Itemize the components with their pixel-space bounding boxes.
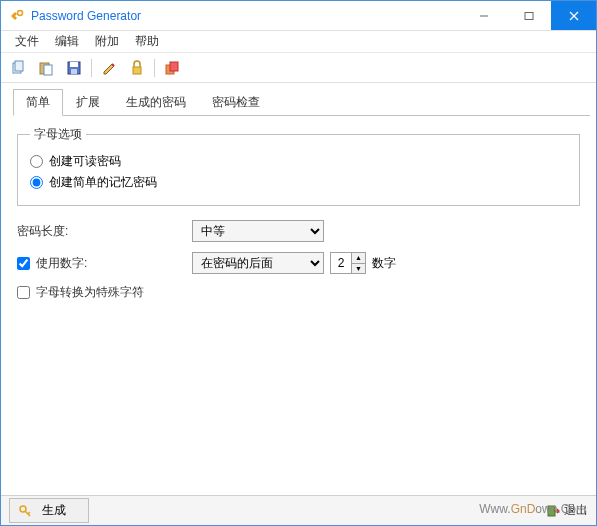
menu-help[interactable]: 帮助 bbox=[127, 31, 167, 52]
key-icon bbox=[18, 504, 32, 518]
letters-fieldset: 字母选项 创建可读密码 创建简单的记忆密码 bbox=[17, 126, 580, 206]
toolbar-paste-icon[interactable] bbox=[35, 57, 57, 79]
svg-rect-18 bbox=[548, 506, 555, 516]
exit-label: 退出 bbox=[564, 502, 588, 519]
app-window: Password Generator 文件 编辑 附加 帮助 简单 扩展 生成的… bbox=[0, 0, 597, 526]
svg-rect-14 bbox=[170, 62, 178, 71]
tab-simple[interactable]: 简单 bbox=[13, 89, 63, 116]
numbers-label: 使用数字: bbox=[36, 255, 87, 272]
numbers-position-select[interactable]: 在密码的后面 bbox=[192, 252, 324, 274]
menu-extras[interactable]: 附加 bbox=[87, 31, 127, 52]
exit-icon bbox=[546, 504, 560, 518]
generate-button[interactable]: 生成 bbox=[9, 498, 89, 523]
tab-check[interactable]: 密码检查 bbox=[199, 89, 273, 116]
menubar: 文件 编辑 附加 帮助 bbox=[1, 31, 596, 53]
special-checkbox-row[interactable]: 字母转换为特殊字符 bbox=[17, 284, 144, 301]
row-special: 字母转换为特殊字符 bbox=[17, 284, 580, 301]
row-numbers: 使用数字: 在密码的后面 ▲ ▼ 数字 bbox=[17, 252, 580, 274]
toolbar-lock-icon[interactable] bbox=[126, 57, 148, 79]
svg-rect-10 bbox=[70, 62, 78, 67]
svg-rect-11 bbox=[71, 69, 77, 74]
tab-row: 简单 扩展 生成的密码 密码检查 bbox=[13, 89, 590, 116]
toolbar-copy-icon[interactable] bbox=[7, 57, 29, 79]
letters-legend: 字母选项 bbox=[30, 126, 86, 143]
radio-readable-row[interactable]: 创建可读密码 bbox=[30, 151, 567, 172]
spinner-up-icon[interactable]: ▲ bbox=[352, 253, 365, 264]
minimize-button[interactable] bbox=[461, 1, 506, 30]
menu-file[interactable]: 文件 bbox=[7, 31, 47, 52]
spinner-down-icon[interactable]: ▼ bbox=[352, 264, 365, 274]
radio-readable-label: 创建可读密码 bbox=[49, 153, 121, 170]
radio-mnemonic[interactable] bbox=[30, 176, 43, 189]
svg-rect-8 bbox=[44, 65, 52, 75]
svg-line-17 bbox=[28, 512, 30, 514]
svg-rect-12 bbox=[133, 67, 141, 74]
menu-edit[interactable]: 编辑 bbox=[47, 31, 87, 52]
radio-mnemonic-label: 创建简单的记忆密码 bbox=[49, 174, 157, 191]
numbers-checkbox-row[interactable]: 使用数字: bbox=[17, 255, 192, 272]
special-label: 字母转换为特殊字符 bbox=[36, 284, 144, 301]
numbers-count-input[interactable] bbox=[331, 253, 351, 273]
window-title: Password Generator bbox=[31, 9, 461, 23]
close-button[interactable] bbox=[551, 1, 596, 30]
maximize-button[interactable] bbox=[506, 1, 551, 30]
row-length: 密码长度: 中等 bbox=[17, 220, 580, 242]
toolbar bbox=[1, 53, 596, 83]
numbers-checkbox[interactable] bbox=[17, 257, 30, 270]
svg-rect-6 bbox=[15, 61, 23, 71]
toolbar-edit-icon[interactable] bbox=[98, 57, 120, 79]
svg-rect-2 bbox=[525, 12, 533, 19]
toolbar-save-icon[interactable] bbox=[63, 57, 85, 79]
tab-extended[interactable]: 扩展 bbox=[63, 89, 113, 116]
toolbar-separator bbox=[154, 59, 155, 77]
tab-content: 字母选项 创建可读密码 创建简单的记忆密码 密码长度: 中等 使用数字: 在密码… bbox=[1, 116, 596, 495]
generate-label: 生成 bbox=[42, 502, 66, 519]
numbers-count-spinner[interactable]: ▲ ▼ bbox=[330, 252, 366, 274]
toolbar-duplicate-icon[interactable] bbox=[161, 57, 183, 79]
svg-point-0 bbox=[18, 10, 23, 15]
special-checkbox[interactable] bbox=[17, 286, 30, 299]
app-icon bbox=[9, 8, 25, 24]
tab-generated[interactable]: 生成的密码 bbox=[113, 89, 199, 116]
length-select[interactable]: 中等 bbox=[192, 220, 324, 242]
radio-readable[interactable] bbox=[30, 155, 43, 168]
radio-mnemonic-row[interactable]: 创建简单的记忆密码 bbox=[30, 172, 567, 193]
titlebar: Password Generator bbox=[1, 1, 596, 31]
numbers-unit: 数字 bbox=[372, 255, 396, 272]
exit-button[interactable]: 退出 bbox=[546, 502, 588, 519]
length-label: 密码长度: bbox=[17, 223, 192, 240]
bottom-bar: 生成 退出 bbox=[1, 495, 596, 525]
toolbar-separator bbox=[91, 59, 92, 77]
